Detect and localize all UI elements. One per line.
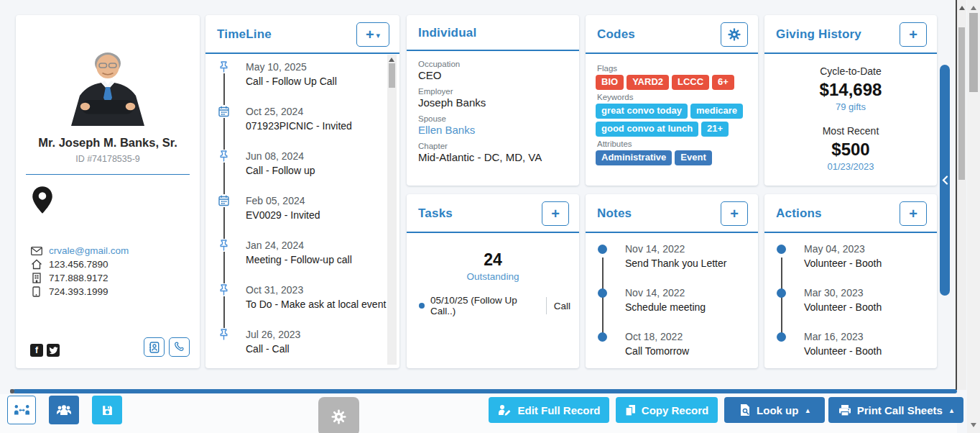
flags-label: Flags [597, 64, 748, 73]
window-scrollbar[interactable] [967, 0, 980, 433]
dot-icon [598, 288, 607, 298]
task-text[interactable]: 05/10/25 (Follow Up Call..) [430, 295, 539, 316]
cycle-to-date-amount: $14,698 [764, 80, 937, 100]
timeline-scrollbar[interactable] [387, 55, 397, 365]
user-edit-icon [497, 404, 512, 416]
field-label: Chapter [418, 142, 568, 150]
plus-icon: + [730, 206, 739, 221]
flag-badge[interactable]: YARD2 [627, 75, 669, 90]
phone-row: 717.888.9172 [30, 273, 200, 283]
scroll-down-icon[interactable] [971, 423, 976, 427]
timeline-entry-icon [218, 60, 230, 73]
profile-photo [16, 15, 200, 126]
scroll-up-icon[interactable] [971, 6, 976, 10]
facebook-icon[interactable]: f [30, 344, 43, 357]
action-entry[interactable]: May 04, 2023 Volunteer - Booth [777, 242, 937, 271]
copy-icon [625, 404, 636, 416]
flag-badge[interactable]: 6+ [712, 75, 734, 90]
keyword-badge[interactable]: good convo at lunch [596, 122, 698, 137]
action-date: Mar 16, 2023 [804, 329, 937, 344]
timeline-entry[interactable]: Jun 08, 2024 Call - Follow up [218, 149, 387, 178]
note-entry[interactable]: Oct 18, 2022 Call Tomorrow [598, 329, 758, 359]
timeline-entry[interactable]: Feb 05, 2024 EV0029 - Invited [218, 193, 387, 223]
note-date: Oct 18, 2022 [625, 329, 758, 344]
lookup-button[interactable]: Look up ▴ [724, 397, 825, 423]
side-panel-toggle[interactable] [940, 65, 950, 296]
household-button[interactable] [49, 396, 79, 424]
record-page: Mr. Joseph M. Banks, Sr. ID #74178535-9 … [0, 0, 980, 433]
most-recent-date-link[interactable]: 01/23/2023 [764, 161, 937, 172]
keyword-badge[interactable]: 21+ [701, 122, 729, 137]
plus-icon: + [909, 27, 917, 42]
timeline-title: TimeLine [217, 27, 272, 42]
action-entry[interactable]: Mar 16, 2023 Volunteer - Booth [777, 329, 937, 359]
horizontal-scrollbar[interactable] [13, 389, 957, 393]
field-value: Mid-Atlantic - DC, MD, VA [418, 151, 568, 163]
chevron-up-icon: ▴ [805, 406, 810, 415]
timeline-entry[interactable]: Jul 26, 2023 Call - Call [218, 327, 387, 357]
task-item[interactable]: 05/10/25 (Follow Up Call..) Call [419, 295, 570, 316]
lookup-label: Look up [757, 404, 798, 416]
plus-icon: + [551, 206, 560, 221]
window-scroll-thumb[interactable] [969, 13, 978, 92]
timeline-entry[interactable]: May 10, 2025 Call - Follow Up Call [218, 60, 387, 89]
scroll-up-icon[interactable] [389, 58, 394, 62]
inner-scroll-thumb[interactable] [958, 27, 965, 180]
individual-card: Individual Occupation CEO Employer Josep… [407, 15, 579, 186]
attribute-badge[interactable]: Event [675, 150, 711, 165]
flag-badge[interactable]: BIO [596, 75, 624, 90]
timeline-entry[interactable]: Oct 31, 2023 To Do - Make ask at local e… [218, 283, 387, 312]
printer-icon [838, 404, 851, 416]
timeline-entry[interactable]: Oct 25, 2024 071923PICNIC - Invited [218, 104, 387, 134]
email-row: crvale@gmail.com [30, 245, 200, 256]
email-link[interactable]: crvale@gmail.com [49, 245, 129, 256]
notes-add-button[interactable]: + [721, 201, 748, 226]
settings-button[interactable] [318, 397, 359, 433]
timeline-entry[interactable]: Jan 24, 2024 Meeting - Follow-up call [218, 238, 387, 268]
actions-title: Actions [776, 206, 822, 221]
attribute-badge[interactable]: Administrative [596, 150, 672, 165]
merge-records-button[interactable] [7, 396, 36, 424]
keyword-badge[interactable]: great convo today [596, 104, 688, 119]
flag-badge[interactable]: LCCC [672, 75, 709, 90]
dot-icon [777, 245, 786, 254]
codes-title: Codes [597, 27, 635, 42]
timeline-scroll-thumb[interactable] [389, 63, 395, 88]
action-entry[interactable]: Mar 30, 2023 Volunteer - Booth [777, 286, 937, 315]
call-icon[interactable] [169, 337, 190, 357]
codes-settings-button[interactable] [721, 22, 748, 47]
copy-record-button[interactable]: Copy Record [616, 397, 718, 423]
actions-add-button[interactable]: + [900, 201, 927, 226]
timeline-add-button[interactable]: + ▾ [356, 22, 389, 47]
timeline-entry-text: Call - Follow Up Call [246, 74, 387, 89]
twitter-icon[interactable] [47, 344, 60, 357]
gifts-count-link[interactable]: 79 gifts [764, 101, 937, 112]
copy-record-label: Copy Record [642, 404, 708, 416]
edit-full-record-button[interactable]: Edit Full Record [489, 397, 609, 423]
field-label: Employer [418, 87, 568, 96]
field-value: Ellen Banks [418, 124, 568, 136]
giving-add-button[interactable]: + [900, 22, 927, 47]
users-icon [55, 404, 73, 416]
timeline-entry-icon [218, 328, 230, 341]
dot-icon [598, 332, 607, 342]
scroll-up-icon[interactable] [959, 6, 965, 10]
note-entry[interactable]: Nov 14, 2022 Schedule meeting [598, 286, 758, 315]
giving-history-card: Giving History + Cycle-to-Date $14,698 7… [764, 15, 937, 186]
dot-icon [777, 332, 786, 342]
contact-id: ID #74178535-9 [16, 154, 200, 164]
action-text: Volunteer - Booth [804, 344, 937, 359]
action-date: Mar 30, 2023 [804, 286, 937, 300]
notes-card: Notes + Nov 14, 2022 Send Thank you Lett… [586, 194, 758, 368]
most-recent-label: Most Recent [764, 125, 937, 137]
contact-card-icon[interactable] [144, 337, 165, 357]
keyword-badge[interactable]: medicare [690, 104, 743, 119]
timeline-entry-date: Jan 24, 2024 [246, 238, 387, 252]
inner-scrollbar[interactable] [957, 0, 966, 390]
save-button[interactable] [92, 396, 122, 424]
print-call-sheets-button[interactable]: Print Call Sheets ▴ [828, 397, 963, 423]
tasks-add-button[interactable]: + [542, 201, 569, 226]
tasks-outstanding-link[interactable]: Outstanding [407, 271, 579, 282]
giving-title: Giving History [776, 27, 861, 42]
note-entry[interactable]: Nov 14, 2022 Send Thank you Letter [598, 242, 758, 271]
